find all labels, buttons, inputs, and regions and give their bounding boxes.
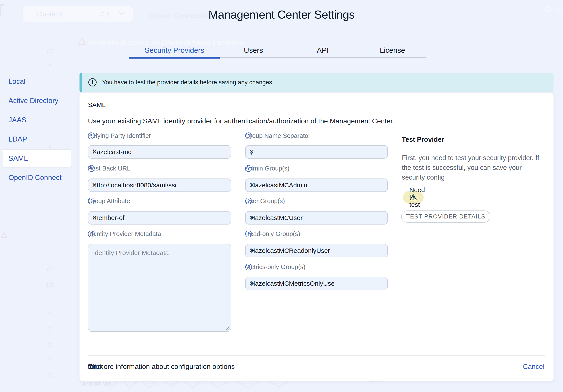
metrics-groups-field: ✕	[245, 277, 388, 290]
user-groups-input[interactable]	[246, 211, 336, 224]
nav-badge-ghost: 1/1	[42, 282, 57, 288]
nav-badge-ghost: 7/7	[42, 48, 57, 55]
idp-metadata-field	[88, 244, 231, 332]
resize-handle[interactable]	[225, 326, 230, 330]
page-title: Management Center Settings	[0, 8, 563, 21]
readonly-groups-field: ✕	[245, 244, 388, 257]
help-icon[interactable]: ?	[245, 132, 252, 139]
group-name-separator-input[interactable]	[246, 146, 336, 158]
banner-accent-stripe	[79, 73, 82, 92]
warning-icon	[77, 37, 86, 45]
banner-text: You have to test the provider details be…	[102, 79, 274, 86]
sidebar-item-ldap[interactable]: LDAP	[3, 130, 71, 149]
metrics-groups-input[interactable]	[246, 277, 336, 290]
footer-divider	[88, 355, 545, 356]
help-icon[interactable]: ?	[88, 165, 95, 172]
sidebar-item-jaas[interactable]: JAAS	[3, 110, 71, 130]
nav-badge-ghost: 0	[42, 357, 57, 364]
group-attribute-input[interactable]	[88, 211, 179, 224]
saml-settings-card: SAML Use your existing SAML identity pro…	[79, 93, 553, 381]
relying-party-input[interactable]	[88, 146, 179, 158]
nav-badge-ghost: 7/7	[42, 266, 57, 272]
help-icon[interactable]: ?	[88, 132, 95, 139]
status-badge-label: Need to test	[409, 186, 425, 208]
memory-value-ghost: 476.84 MB	[82, 380, 111, 387]
group-attribute-field: ✕	[88, 211, 231, 224]
readonly-groups-input[interactable]	[246, 244, 336, 257]
tab-license[interactable]: License	[358, 44, 426, 57]
post-back-url-field: ✕	[88, 179, 231, 192]
sidebar-item-active-directory[interactable]: Active Directory	[3, 91, 71, 110]
help-icon[interactable]: ?	[245, 198, 252, 204]
section-description: Use your existing SAML identity provider…	[88, 117, 394, 125]
tab-users[interactable]: Users	[220, 44, 287, 57]
help-icon[interactable]: ?	[245, 165, 252, 172]
relying-party-field: ✕	[88, 145, 231, 159]
nav-badge-ghost: 0	[42, 311, 57, 318]
help-icon[interactable]: ?	[88, 231, 95, 237]
post-back-url-input[interactable]	[88, 179, 179, 192]
section-heading: SAML	[88, 101, 106, 108]
sidebar-item-openid-connect[interactable]: OpenID Connect	[3, 168, 71, 187]
nav-badge-ghost: 0	[42, 372, 57, 379]
nav-badge-ghost: 1	[42, 296, 57, 303]
user-groups-field: ✕	[245, 211, 388, 224]
nav-badge-ghost: 0	[42, 342, 57, 349]
help-icon[interactable]: ?	[88, 198, 95, 204]
tab-security-providers[interactable]: Security Providers	[129, 44, 220, 57]
test-provider-heading: Test Provider	[402, 136, 444, 144]
nav-badge-ghost: 0	[42, 326, 57, 333]
logo-fragment	[0, 4, 4, 6]
help-icon[interactable]: ?	[245, 231, 252, 237]
admin-groups-field: ✕	[245, 179, 388, 192]
nav-badge-ghost: 2	[42, 63, 57, 70]
info-icon: i	[88, 78, 97, 86]
management-center-settings-screen: Cluster-1 5.4 Cluster Connections Health…	[0, 0, 563, 392]
cancel-button[interactable]: Cancel	[523, 363, 544, 371]
sidebar-item-saml[interactable]: SAML	[3, 149, 71, 168]
security-providers-sidebar: Local Active Directory JAAS LDAP SAML Op…	[3, 72, 71, 187]
admin-groups-input[interactable]	[246, 179, 336, 192]
test-provider-description: First, you need to test your security pr…	[402, 153, 542, 182]
idp-metadata-textarea[interactable]	[88, 244, 231, 331]
info-banner: i You have to test the provider details …	[79, 73, 553, 92]
status-badge: Need to test	[403, 191, 424, 204]
help-icon[interactable]: ?	[245, 264, 252, 270]
sidebar-item-local[interactable]: Local	[3, 72, 71, 91]
warning-icon	[0, 232, 8, 238]
settings-tabs: Security Providers Users API License	[129, 44, 426, 58]
tab-api[interactable]: API	[287, 44, 358, 57]
group-name-separator-field: ✕	[245, 145, 388, 159]
test-provider-details-button[interactable]: TEST PROVIDER DETAILS	[401, 210, 490, 222]
